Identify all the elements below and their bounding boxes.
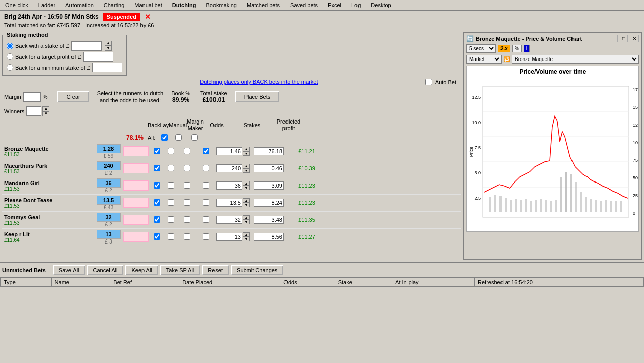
- runner-odds-up-2[interactable]: ▲: [243, 181, 250, 186]
- menu-dutching[interactable]: Dutching: [169, 1, 199, 9]
- runner-back-cb-2[interactable]: [154, 182, 160, 189]
- chart-market-select[interactable]: Market: [466, 55, 502, 64]
- runner-lay-cb-4[interactable]: [168, 216, 174, 223]
- runner-stake-5[interactable]: [254, 233, 284, 241]
- runner-manual-cb-1[interactable]: [184, 165, 190, 171]
- staking-value-1[interactable]: 20: [83, 52, 113, 62]
- runner-odds-2[interactable]: [216, 182, 242, 190]
- menu-ladder[interactable]: Ladder: [35, 1, 58, 9]
- staking-radio-1[interactable]: [7, 53, 13, 60]
- runner-lay-cb-0[interactable]: [168, 148, 174, 154]
- runner-stake-4[interactable]: [254, 216, 284, 224]
- runner-manual-cb-4[interactable]: [184, 216, 190, 223]
- runner-lay-cb-2[interactable]: [168, 182, 174, 189]
- margin-input[interactable]: 10: [23, 92, 41, 102]
- svg-text:2500: 2500: [633, 193, 638, 198]
- menu-automation[interactable]: Automation: [62, 1, 97, 9]
- runner-odds-up-5[interactable]: ▲: [243, 232, 250, 237]
- runner-margin-cb-3[interactable]: [203, 199, 209, 206]
- runner-odds-down-1[interactable]: ▼: [243, 168, 250, 173]
- menu-matched-bets[interactable]: Matched bets: [244, 1, 283, 9]
- menu-desktop[interactable]: Desktop: [368, 1, 394, 9]
- save-all-btn[interactable]: Save All: [53, 265, 85, 275]
- menu-one-click[interactable]: One-click: [2, 1, 31, 9]
- runner-margin-cb-1[interactable]: [203, 165, 209, 171]
- auto-bet-checkbox[interactable]: [425, 79, 432, 85]
- all-lay-checkbox[interactable]: [175, 134, 182, 141]
- runner-stake-2[interactable]: [254, 182, 284, 190]
- menu-bookmaking[interactable]: Bookmaking: [203, 1, 240, 9]
- unmatched-table: Type Name Bet Ref Date Placed Odds Stake…: [0, 278, 644, 287]
- svg-text:17500: 17500: [633, 87, 638, 92]
- runner-stake-3[interactable]: [254, 199, 284, 207]
- runner-odds-4[interactable]: [216, 216, 242, 224]
- menu-excel[interactable]: Excel: [325, 1, 344, 9]
- runner-odds-up-1[interactable]: ▲: [243, 164, 250, 168]
- runner-manual-cb-3[interactable]: [184, 199, 190, 206]
- runner-odds-3[interactable]: [216, 199, 242, 207]
- chart-pct-btn[interactable]: %: [512, 45, 522, 52]
- runner-margin-cb-0[interactable]: [203, 148, 209, 154]
- submit-changes-btn[interactable]: Submit Changes: [231, 265, 283, 275]
- runner-manual-cb-5[interactable]: [184, 233, 190, 240]
- chart-time-select[interactable]: 5 secs 10 secs 30 secs 1 min: [466, 44, 496, 53]
- menu-manual-bet[interactable]: Manual bet: [131, 1, 165, 9]
- runner-margin-cb-4[interactable]: [203, 216, 209, 223]
- cancel-all-btn[interactable]: Cancel All: [87, 265, 124, 275]
- runner-odds-down-5[interactable]: ▼: [243, 237, 250, 241]
- close-icon[interactable]: ✕: [145, 13, 151, 21]
- runner-odds-down-4[interactable]: ▼: [243, 220, 250, 224]
- runner-odds-down-2[interactable]: ▼: [243, 186, 250, 190]
- runner-margin-cb-2[interactable]: [203, 182, 209, 189]
- runner-odds-up-3[interactable]: ▲: [243, 198, 250, 203]
- runner-odds-5[interactable]: [216, 233, 242, 241]
- staking-radio-2[interactable]: [7, 64, 13, 71]
- runner-odds-down-3[interactable]: ▼: [243, 203, 250, 207]
- runner-stake-0[interactable]: [254, 147, 284, 155]
- staking-radio-0[interactable]: [7, 43, 13, 49]
- chart-info-btn[interactable]: i: [524, 45, 530, 52]
- take-sp-all-btn[interactable]: Take SP All: [160, 265, 200, 275]
- runner-back-cb-5[interactable]: [154, 233, 160, 240]
- dutch-title[interactable]: Dutching places only BACK bets into the …: [93, 79, 425, 85]
- menu-log[interactable]: Log: [348, 1, 364, 9]
- runner-margin-cb-5[interactable]: [203, 233, 209, 240]
- chart-minimize-btn[interactable]: _: [610, 35, 618, 42]
- runner-odds-1[interactable]: [216, 164, 242, 172]
- staking-down-0[interactable]: ▼: [105, 46, 112, 51]
- runner-manual-cb-0[interactable]: [184, 148, 190, 154]
- runner-odds-up-4[interactable]: ▲: [243, 215, 250, 220]
- winners-down[interactable]: ▼: [42, 111, 49, 116]
- runner-back-cb-4[interactable]: [154, 216, 160, 223]
- runner-lay-cb-3[interactable]: [168, 199, 174, 206]
- chart-runner-select[interactable]: Bronze Maquette: [512, 55, 639, 64]
- chart-restore-btn[interactable]: □: [620, 35, 628, 42]
- all-back-checkbox[interactable]: [161, 134, 168, 141]
- runner-odds-up-0[interactable]: ▲: [243, 147, 250, 151]
- staking-value-0[interactable]: 100: [71, 41, 102, 51]
- menu-saved-bets[interactable]: Saved bets: [287, 1, 321, 9]
- runner-back-cb-1[interactable]: [154, 165, 160, 171]
- runner-manual-cb-2[interactable]: [184, 182, 190, 189]
- place-bets-button[interactable]: Place Bets: [235, 91, 280, 102]
- all-manual-checkbox[interactable]: [191, 134, 198, 141]
- runner-back-cb-0[interactable]: [154, 148, 160, 154]
- keep-all-btn[interactable]: Keep All: [125, 265, 158, 275]
- chart-2x-btn[interactable]: 2.x: [498, 45, 510, 52]
- menu-charting[interactable]: Charting: [101, 1, 128, 9]
- staking-value-2[interactable]: 2: [92, 63, 122, 72]
- svg-rect-37: [575, 182, 577, 212]
- runner-odds-0[interactable]: [216, 147, 242, 155]
- winners-up[interactable]: ▲: [42, 106, 49, 111]
- col-refreshed: Refreshed at 16:54:20: [475, 278, 644, 287]
- chart-close-btn[interactable]: ✕: [630, 35, 639, 42]
- runner-lay-cb-5[interactable]: [168, 233, 174, 240]
- runner-odds-down-0[interactable]: ▼: [243, 151, 250, 156]
- reset-btn[interactable]: Reset: [202, 265, 229, 275]
- runner-back-cb-3[interactable]: [154, 199, 160, 206]
- runner-lay-cb-1[interactable]: [168, 165, 174, 171]
- staking-up-0[interactable]: ▲: [105, 41, 112, 46]
- runner-stake-1[interactable]: [254, 164, 284, 172]
- winners-input[interactable]: 1: [26, 106, 41, 116]
- clear-button[interactable]: Clear: [57, 91, 89, 102]
